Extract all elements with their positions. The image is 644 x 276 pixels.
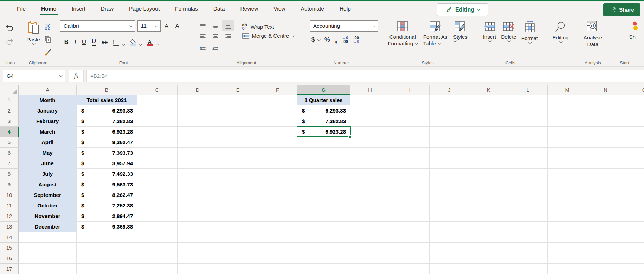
cell-M6[interactable] [548,148,587,158]
cell-K7[interactable] [469,158,508,169]
bold-button[interactable]: B [64,39,69,46]
cell-I17[interactable] [390,264,430,274]
cell-M10[interactable] [548,190,587,200]
col-header-C[interactable]: C [137,85,178,95]
col-header-H[interactable]: H [350,85,390,95]
cell-E13[interactable] [218,222,258,232]
cell-I12[interactable] [390,211,430,222]
cell-I16[interactable] [390,253,430,264]
row-header-11[interactable]: 11 [0,200,19,211]
cell-J15[interactable] [430,243,469,253]
insert-cells-button[interactable]: Insert [483,21,496,59]
cell-B7[interactable]: $3,957.94 [77,158,137,169]
cell-N9[interactable] [587,179,624,190]
cell-H9[interactable] [350,179,390,190]
cell-K4[interactable] [469,127,508,137]
currency-dropdown-chevron[interactable] [317,38,321,41]
cell-G7[interactable] [297,158,350,169]
cell-B6[interactable]: $7,393.73 [77,148,137,158]
align-left-button[interactable] [197,31,209,42]
cell-O6[interactable] [624,148,644,158]
row-header-10[interactable]: 10 [0,190,19,200]
cell-L8[interactable] [508,169,548,179]
cell-N4[interactable] [587,127,624,137]
cell-A12[interactable]: November [19,211,77,222]
tab-home[interactable]: Home [33,2,64,15]
cell-G4[interactable]: $6,923.28 [297,127,350,137]
row-header-4[interactable]: 4 [0,127,19,137]
double-underline-button[interactable]: D [92,38,96,46]
cell-I7[interactable] [390,158,430,169]
cell-F4[interactable] [258,127,297,137]
cell-G3[interactable]: $7,382.83 [297,116,350,127]
align-top-button[interactable] [197,20,209,31]
cell-C7[interactable] [137,158,178,169]
cell-O9[interactable] [624,179,644,190]
cell-O1[interactable] [624,95,644,105]
cell-G1[interactable]: 1 Quarter sales [297,95,350,105]
cell-N12[interactable] [587,211,624,222]
cell-M5[interactable] [548,137,587,148]
cell-E4[interactable] [218,127,258,137]
cell-M12[interactable] [548,211,587,222]
fill-color-button[interactable] [130,39,136,46]
cell-A10[interactable]: September [19,190,77,200]
cell-C3[interactable] [137,116,178,127]
cell-C11[interactable] [137,200,178,211]
cell-N14[interactable] [587,232,624,243]
row-header-9[interactable]: 9 [0,179,19,190]
cell-J7[interactable] [430,158,469,169]
cell-G11[interactable] [297,200,350,211]
cell-E9[interactable] [218,179,258,190]
cell-C1[interactable] [137,95,178,105]
cell-G15[interactable] [297,243,350,253]
cell-E7[interactable] [218,158,258,169]
row-header-16[interactable]: 16 [0,253,19,264]
cell-C4[interactable] [137,127,178,137]
cell-B13[interactable]: $9,369.88 [77,222,137,232]
cell-F7[interactable] [258,158,297,169]
cell-D16[interactable] [178,253,218,264]
decrease-font-size-button[interactable]: Aˇ [173,23,182,30]
cell-B4[interactable]: $6,923.28 [77,127,137,137]
row-header-14[interactable]: 14 [0,232,19,243]
cell-I1[interactable] [390,95,430,105]
cell-I8[interactable] [390,169,430,179]
cell-L17[interactable] [508,264,548,274]
row-header-3[interactable]: 3 [0,116,19,127]
cell-D5[interactable] [178,137,218,148]
tab-help[interactable]: Help [332,2,359,15]
cell-K5[interactable] [469,137,508,148]
cell-C5[interactable] [137,137,178,148]
editing-mode-dropdown[interactable]: Editing [437,3,488,16]
cell-G12[interactable] [297,211,350,222]
cell-L3[interactable] [508,116,548,127]
cell-D14[interactable] [178,232,218,243]
cell-L6[interactable] [508,148,548,158]
cell-B9[interactable]: $9,563.73 [77,179,137,190]
cell-F9[interactable] [258,179,297,190]
align-center-button[interactable] [209,31,222,42]
cell-L2[interactable] [508,105,548,116]
cell-L10[interactable] [508,190,548,200]
cell-J14[interactable] [430,232,469,243]
tab-file[interactable]: File [9,2,33,15]
cell-J4[interactable] [430,127,469,137]
cell-K10[interactable] [469,190,508,200]
cell-D6[interactable] [178,148,218,158]
cell-A5[interactable]: April [19,137,77,148]
cell-J3[interactable] [430,116,469,127]
cell-F1[interactable] [258,95,297,105]
cell-M14[interactable] [548,232,587,243]
increase-font-size-button[interactable]: Aˆ [163,23,172,30]
cell-D7[interactable] [178,158,218,169]
cell-K2[interactable] [469,105,508,116]
cell-E16[interactable] [218,253,258,264]
cell-N1[interactable] [587,95,624,105]
font-color-button[interactable]: A [147,40,153,46]
cell-J13[interactable] [430,222,469,232]
cell-A1[interactable]: Month [19,95,77,105]
cell-F17[interactable] [258,264,297,274]
increase-decimal-button[interactable]: ←0.00 [342,36,348,44]
cell-L5[interactable] [508,137,548,148]
